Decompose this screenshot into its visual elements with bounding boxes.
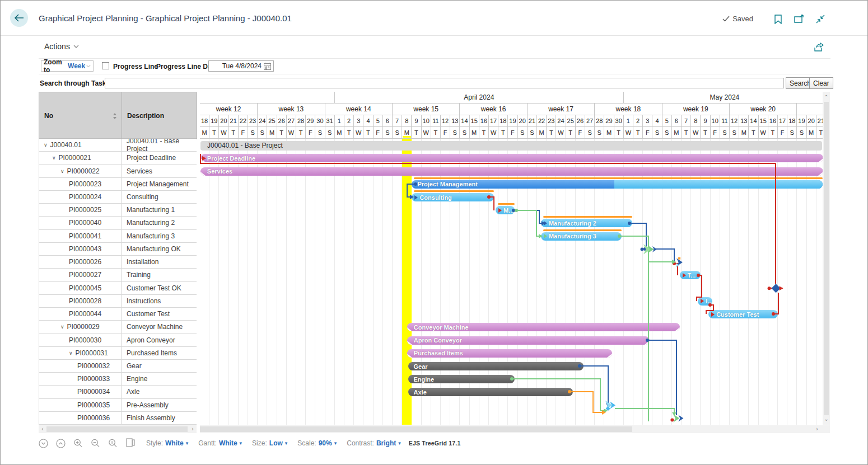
scroll-right-icon[interactable]: › [190, 425, 195, 433]
footer-dropdown-size[interactable]: Size:Low▾ [252, 439, 287, 447]
column-header-no[interactable]: No [39, 92, 122, 139]
zoom-to-select[interactable]: Zoom to Week [41, 60, 94, 72]
column-header-description[interactable]: Description [122, 92, 197, 139]
task-bar[interactable]: Engine [408, 375, 515, 383]
task-bar[interactable]: Project Management [412, 180, 823, 189]
print-preview-icon[interactable] [125, 439, 135, 448]
task-description[interactable]: J00040.01 - Base Project [122, 139, 197, 151]
zoom-in-icon[interactable] [73, 439, 83, 448]
task-description[interactable]: Manufacturing 1 [122, 204, 197, 216]
task-no-cell[interactable]: PI0000033 [39, 373, 122, 385]
task-no-cell[interactable]: ∨J00040.01 [39, 139, 122, 151]
sort-icon[interactable] [113, 113, 117, 119]
task-no-cell[interactable]: ∨PI0000022 [39, 165, 122, 177]
task-description[interactable]: Manufacturing 3 [122, 230, 197, 242]
table-row[interactable]: PI0000023Project Management [39, 178, 197, 191]
task-no-cell[interactable]: PI0000032 [39, 360, 122, 372]
expand-chevron-icon[interactable]: ∨ [60, 168, 64, 174]
back-button[interactable] [10, 9, 28, 27]
task-no-cell[interactable]: PI0000034 [39, 386, 122, 398]
table-row[interactable]: PI0000045Customer Test OK [39, 282, 197, 295]
table-row[interactable]: PI0000036Finish Assembly [39, 412, 197, 425]
zoom-reset-icon[interactable] [108, 439, 118, 448]
task-no-cell[interactable]: ∨PI0000021 [39, 152, 122, 164]
task-description[interactable]: Finish Assembly [122, 412, 197, 424]
summary-task-bar[interactable]: Conveyor Machine [407, 323, 680, 331]
calendar-icon[interactable] [264, 63, 271, 70]
actions-menu[interactable]: Actions [44, 42, 79, 51]
table-row[interactable]: PI0000024Consulting [39, 191, 197, 204]
gantt-vertical-scrollbar[interactable]: ⌃ ⌄ [823, 92, 830, 425]
scroll-left-icon[interactable]: ‹ [40, 425, 45, 433]
scroll-up-icon[interactable]: ⌃ [823, 93, 830, 101]
task-description[interactable]: Training [122, 269, 197, 281]
summary-task-bar[interactable]: Project Deadline [200, 154, 823, 162]
task-no-cell[interactable]: ∨PI0000029 [39, 321, 122, 333]
gantt-scrollbar-thumb[interactable] [200, 426, 632, 432]
task-description[interactable]: Gear [122, 360, 197, 372]
bookmark-icon[interactable] [772, 13, 783, 25]
table-row[interactable]: PI0000030Apron Conveyor [39, 334, 197, 346]
vertical-scrollbar-thumb[interactable] [824, 102, 829, 415]
task-description[interactable]: Purchased Items [122, 347, 197, 359]
task-no-cell[interactable]: PI0000026 [39, 256, 122, 268]
task-no-cell[interactable]: PI0000024 [39, 191, 122, 203]
task-description[interactable]: Conveyor Machine [122, 321, 197, 333]
scroll-right-icon[interactable]: › [814, 425, 820, 433]
task-no-cell[interactable]: PI0000030 [39, 334, 122, 346]
footer-dropdown-contrast[interactable]: Contrast:Bright▾ [347, 439, 401, 447]
footer-dropdown-gantt[interactable]: Gantt:White▾ [198, 439, 242, 447]
table-row[interactable]: PI0000033Engine [39, 373, 197, 386]
task-bar[interactable]: Consulting [412, 193, 493, 201]
table-row[interactable]: PI0000041Manufacturing 3 [39, 230, 197, 243]
table-row[interactable]: ∨PI0000022Services [39, 165, 197, 177]
task-description[interactable]: Installation [122, 256, 197, 268]
table-row[interactable]: PI0000028Instructions [39, 295, 197, 308]
task-bar[interactable]: Axle [408, 388, 573, 396]
summary-task-bar[interactable]: Purchased Items [407, 349, 612, 358]
task-no-cell[interactable]: PI0000045 [39, 282, 122, 294]
task-description[interactable]: Instructions [122, 295, 197, 307]
task-no-cell[interactable]: PI0000023 [39, 178, 122, 190]
task-description[interactable]: Apron Conveyor [122, 334, 197, 346]
summary-task-bar[interactable]: Apron Conveyor [407, 336, 650, 345]
scroll-down-circle-icon[interactable] [39, 439, 48, 448]
task-bar[interactable]: M... [496, 206, 515, 214]
gantt-horizontal-scrollbar[interactable]: › [200, 425, 830, 433]
task-bar[interactable]: Manufacturing 2 [541, 219, 632, 227]
task-no-cell[interactable]: PI0000040 [39, 217, 122, 229]
table-row[interactable]: PI0000040Manufacturing 2 [39, 217, 197, 229]
scroll-down-icon[interactable]: ⌄ [823, 415, 830, 423]
expand-chevron-icon[interactable]: ∨ [52, 155, 56, 161]
expand-chevron-icon[interactable]: ∨ [60, 324, 64, 330]
expand-chevron-icon[interactable]: ∨ [44, 142, 48, 148]
table-row[interactable]: PI0000025Manufacturing 1 [39, 204, 197, 217]
table-row[interactable]: ∨PI0000029Conveyor Machine [39, 321, 197, 334]
table-row[interactable]: ∨PI0000021Project Deadline [39, 152, 197, 165]
zoom-out-icon[interactable] [91, 439, 100, 448]
task-bar[interactable]: Gear [408, 362, 584, 370]
task-no-cell[interactable]: PI0000041 [39, 230, 122, 242]
task-no-cell[interactable]: PI0000035 [39, 399, 122, 411]
task-description[interactable]: Customer Test OK [122, 282, 197, 294]
table-row[interactable]: ∨PI0000031Purchased Items [39, 347, 197, 360]
share-icon[interactable] [814, 41, 825, 53]
footer-dropdown-style[interactable]: Style:White▾ [146, 439, 188, 447]
search-tasks-input[interactable] [105, 78, 784, 88]
task-description[interactable]: Engine [122, 373, 197, 385]
footer-dropdown-scale[interactable]: Scale:90%▾ [297, 439, 337, 447]
table-row[interactable]: PI0000026Installation [39, 256, 197, 269]
table-row[interactable]: ∨J00040.01J00040.01 - Base Project [39, 139, 197, 152]
task-description[interactable]: Pre-Assembly [122, 399, 197, 411]
table-row[interactable]: PI0000034Axle [39, 386, 197, 398]
table-row[interactable]: PI0000027Training [39, 269, 197, 281]
task-description[interactable]: Project Deadline [122, 152, 197, 164]
task-no-cell[interactable]: PI0000027 [39, 269, 122, 281]
table-row[interactable]: PI0000043Manufacturing OK [39, 243, 197, 256]
scroll-up-circle-icon[interactable] [56, 439, 66, 448]
project-summary-row[interactable]: J00040.01 - Base Project [200, 141, 822, 151]
progress-line-date-field[interactable]: Tue 4/8/2024 [208, 60, 274, 72]
task-no-cell[interactable]: PI0000025 [39, 204, 122, 216]
task-no-cell[interactable]: PI0000028 [39, 295, 122, 307]
expand-chevron-icon[interactable]: ∨ [69, 350, 73, 356]
